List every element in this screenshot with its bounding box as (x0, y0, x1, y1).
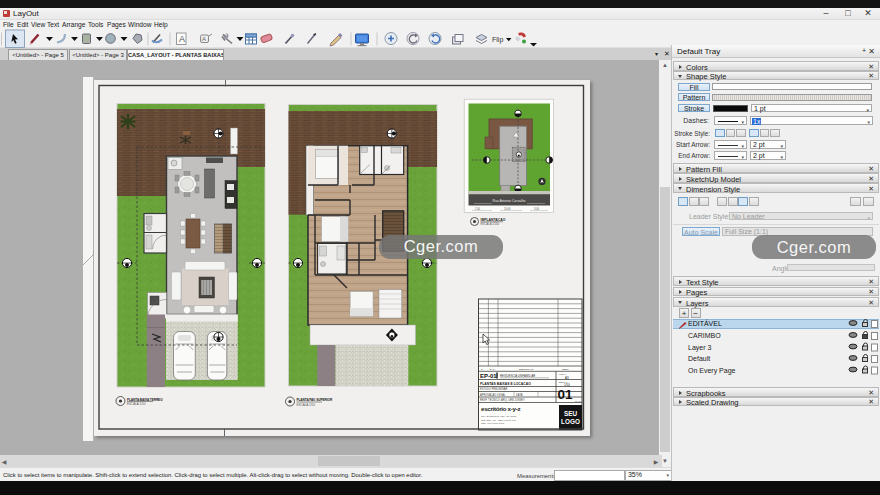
svg-text:LOGO: LOGO (561, 418, 580, 425)
svg-text:DESCRICAO: DESCRICAO (519, 368, 533, 371)
svg-text:PLANTA BAIXA TERREO: PLANTA BAIXA TERREO (127, 398, 163, 402)
svg-text:A: A (179, 34, 185, 44)
svg-text:DATA: DATA (490, 368, 496, 371)
svg-text:Flip: Flip (492, 36, 503, 44)
svg-text:A3: A3 (565, 376, 569, 380)
svg-text:ESCALA 1/50: ESCALA 1/50 (297, 403, 316, 407)
svg-text:RESP.: RESP. (562, 368, 569, 371)
svg-text:3.00: 3.00 (534, 207, 540, 211)
svg-text:APROVACAO LEGAL: APROVACAO LEGAL (480, 393, 506, 397)
svg-text:de 06: de 06 (575, 400, 582, 403)
svg-text:DATA: DATA (516, 393, 523, 397)
svg-text:EP-01: EP-01 (480, 373, 497, 379)
svg-text:PLANTA PAV. SUPERIOR: PLANTA PAV. SUPERIOR (297, 398, 333, 402)
svg-text:SEU: SEU (564, 410, 578, 417)
svg-text:RESP. TECNICO: ARQ. URB. DISNE: RESP. TECNICO: ARQ. URB. DISNEY (480, 398, 525, 402)
svg-text:ESTUDO PRELIMINAR: ESTUDO PRELIMINAR (480, 387, 508, 391)
svg-text:PLANTAS BAIXAS E LOCACAO: PLANTAS BAIXAS E LOCACAO (480, 382, 531, 386)
svg-text:ESCALA 1/50: ESCALA 1/50 (127, 402, 146, 406)
svg-text:ESCALA 1/200: ESCALA 1/200 (481, 222, 500, 226)
svg-text:10.00: 10.00 (504, 207, 511, 211)
svg-text:TEL: (00) 0000-0000: TEL: (00) 0000-0000 (481, 422, 505, 425)
svg-text:Rua Antonio Carvalho: Rua Antonio Carvalho (493, 199, 526, 203)
svg-text:escritório x-y-z: escritório x-y-z (481, 405, 520, 412)
svg-text:2.00: 2.00 (475, 207, 481, 211)
svg-text:01: 01 (558, 387, 574, 402)
svg-text:A: A (202, 36, 206, 42)
svg-text:RESIDENCIA UNIFAMILIAR: RESIDENCIA UNIFAMILIAR (500, 374, 535, 378)
